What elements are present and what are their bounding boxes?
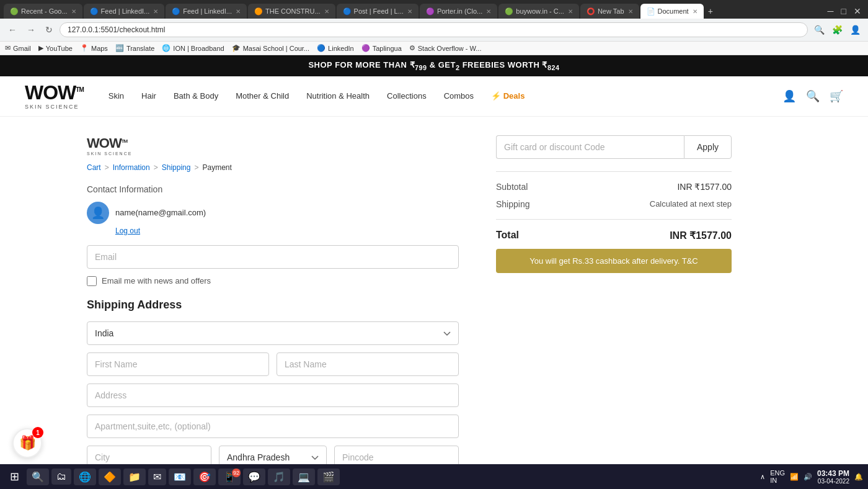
volume-icon: 🔊 — [804, 473, 812, 481]
logo-area[interactable]: WOWTM SKIN SCIENCE — [25, 83, 84, 110]
translate-favicon: 🔤 — [115, 44, 124, 52]
tab-close-post[interactable]: ✕ — [407, 8, 412, 15]
notification-icon[interactable]: 🔔 — [854, 473, 863, 481]
nav-mother-child[interactable]: Mother & Child — [236, 91, 289, 101]
taskbar-mail[interactable]: ✉ — [148, 469, 166, 485]
forward-button[interactable]: → — [24, 24, 38, 36]
address-input[interactable] — [87, 384, 459, 407]
nav-hair[interactable]: Hair — [141, 91, 156, 101]
taskbar-search[interactable]: 🔍 — [27, 469, 49, 485]
tab-close-recent[interactable]: ✕ — [71, 8, 76, 15]
lang-indicator: ENGIN — [770, 469, 785, 484]
taskbar-files[interactable]: 🗂 — [51, 469, 71, 485]
nav-nutrition-health[interactable]: Nutrition & Health — [306, 91, 370, 101]
reload-button[interactable]: ↻ — [42, 24, 56, 36]
bookmark-stackoverflow[interactable]: ⚙ Stack Overflow - W... — [409, 44, 482, 52]
subtotal-label: Subtotal — [496, 182, 528, 192]
bookmark-youtube[interactable]: ▶ YouTube — [38, 44, 73, 52]
breadcrumb-payment: Payment — [202, 163, 231, 172]
tab-close-constru[interactable]: ✕ — [324, 8, 329, 15]
bookmark-taplingua[interactable]: 🟣 Taplingua — [361, 44, 402, 52]
taskbar-vscode[interactable]: 💻 — [293, 469, 315, 485]
taskbar-whatsapp[interactable]: 📱 92 — [218, 469, 241, 485]
last-name-input[interactable] — [277, 352, 459, 376]
logout-link[interactable]: Log out — [115, 227, 459, 235]
bookmark-ion[interactable]: 🌐 ION | Broadband — [162, 44, 224, 52]
bookmark-maps[interactable]: 📍 Maps — [80, 44, 108, 52]
breadcrumb-cart[interactable]: Cart — [87, 163, 101, 172]
breadcrumb: Cart > Information > Shipping > Payment — [87, 163, 459, 172]
first-name-input[interactable] — [87, 352, 269, 376]
new-tab-button[interactable]: + — [705, 5, 716, 17]
discount-code-input[interactable] — [496, 135, 684, 159]
profile-icon[interactable]: 👤 — [848, 24, 863, 36]
email-newsletter-checkbox[interactable] — [87, 276, 97, 286]
country-select[interactable]: India United States United Kingdom Austr… — [87, 321, 459, 345]
search-header-icon[interactable]: 🔍 — [806, 89, 820, 103]
tab-favicon-constru: 🟠 — [254, 7, 262, 15]
bookmark-masai[interactable]: 🎓 Masai School | Cour... — [232, 44, 309, 52]
taskbar-edge[interactable]: 🌐 — [74, 469, 96, 485]
tab-close-newtab[interactable]: ✕ — [628, 8, 633, 15]
taskbar-teams[interactable]: 🎯 — [193, 469, 216, 485]
close-button[interactable]: ✕ — [851, 5, 864, 17]
minimize-button[interactable]: ─ — [825, 5, 837, 17]
tab-close-document[interactable]: ✕ — [693, 8, 698, 15]
breadcrumb-information[interactable]: Information — [113, 163, 150, 172]
bookmark-gmail[interactable]: ✉ Gmail — [5, 44, 31, 52]
taskbar-video[interactable]: 🎬 — [317, 469, 340, 485]
logo-subtitle: SKIN SCIENCE — [25, 104, 84, 110]
tab-newtab[interactable]: ⭕ New Tab ✕ — [580, 4, 639, 19]
gift-badge: 1 — [32, 427, 43, 438]
taskbar-time[interactable]: 03:43 PM 03-04-2022 — [817, 469, 849, 485]
apply-discount-button[interactable]: Apply — [684, 135, 732, 159]
apt-input[interactable] — [87, 415, 459, 438]
tab-linkedin2[interactable]: 🔵 Feed | LinkedI... ✕ — [166, 4, 247, 19]
bookmarks-bar: ✉ Gmail ▶ YouTube 📍 Maps 🔤 Translate 🌐 I… — [0, 42, 868, 55]
tab-recent[interactable]: 🟢 Recent - Goo... ✕ — [4, 4, 82, 19]
cashback-button[interactable]: You will get Rs.33 cashback after delive… — [496, 249, 732, 273]
tab-favicon-newtab: ⭕ — [587, 7, 594, 15]
start-button[interactable]: ⊞ — [5, 467, 24, 486]
taskbar-chevron[interactable]: ∧ — [760, 473, 765, 481]
nav-collections[interactable]: Collections — [387, 91, 427, 101]
gmail-favicon: ✉ — [5, 44, 11, 52]
email-input[interactable] — [87, 245, 459, 269]
tab-constru[interactable]: 🟠 THE CONSTRU... ✕ — [248, 4, 335, 19]
tab-close-linkedin1[interactable]: ✕ — [153, 8, 158, 15]
taskbar-telegram[interactable]: 💬 — [243, 469, 265, 485]
taskbar-email2[interactable]: 📧 — [169, 469, 191, 485]
extension-icon[interactable]: 🧩 — [830, 24, 845, 36]
cart-icon[interactable]: 🛒 — [830, 89, 843, 103]
tab-porter[interactable]: 🟣 Porter.in (Clo... ✕ — [420, 4, 497, 19]
youtube-favicon: ▶ — [38, 44, 43, 52]
taskbar-chrome[interactable]: 🔶 — [99, 469, 121, 485]
subtotal-row: Subtotal INR ₹1577.00 — [496, 182, 732, 192]
address-bar[interactable] — [60, 22, 808, 37]
subtotal-value: INR ₹1577.00 — [677, 182, 732, 192]
breadcrumb-shipping[interactable]: Shipping — [162, 163, 191, 172]
bookmark-linkedin[interactable]: 🔵 LinkedIn — [317, 44, 354, 52]
nav-combos[interactable]: Combos — [444, 91, 474, 101]
nav-skin[interactable]: Skin — [108, 91, 124, 101]
tab-close-linkedin2[interactable]: ✕ — [236, 8, 241, 15]
search-icon[interactable]: 🔍 — [812, 24, 827, 36]
tab-post[interactable]: 🔵 Post | Feed | L... ✕ — [337, 4, 418, 19]
account-icon[interactable]: 👤 — [782, 89, 796, 103]
tab-document[interactable]: 📄 Document ✕ — [640, 4, 704, 19]
taskbar-folder[interactable]: 📁 — [123, 469, 146, 485]
nav-deals[interactable]: Deals — [491, 91, 525, 101]
tab-bar: 🟢 Recent - Goo... ✕ 🔵 Feed | LinkedI... … — [0, 0, 868, 19]
bookmark-translate[interactable]: 🔤 Translate — [115, 44, 154, 52]
tab-buywow[interactable]: 🟢 buywow.in - C... ✕ — [498, 4, 579, 19]
tab-linkedin1[interactable]: 🔵 Feed | LinkedI... ✕ — [84, 4, 165, 19]
taskbar-spotify[interactable]: 🎵 — [268, 469, 290, 485]
maximize-button[interactable]: □ — [838, 5, 849, 17]
back-button[interactable]: ← — [5, 24, 20, 36]
contact-section-title: Contact Information — [87, 184, 459, 194]
tab-close-porter[interactable]: ✕ — [486, 8, 491, 15]
taplingua-favicon: 🟣 — [361, 44, 370, 52]
tab-close-buywow[interactable]: ✕ — [568, 8, 573, 15]
gift-widget[interactable]: 🎁 1 — [12, 428, 42, 458]
nav-bath-body[interactable]: Bath & Body — [174, 91, 218, 101]
